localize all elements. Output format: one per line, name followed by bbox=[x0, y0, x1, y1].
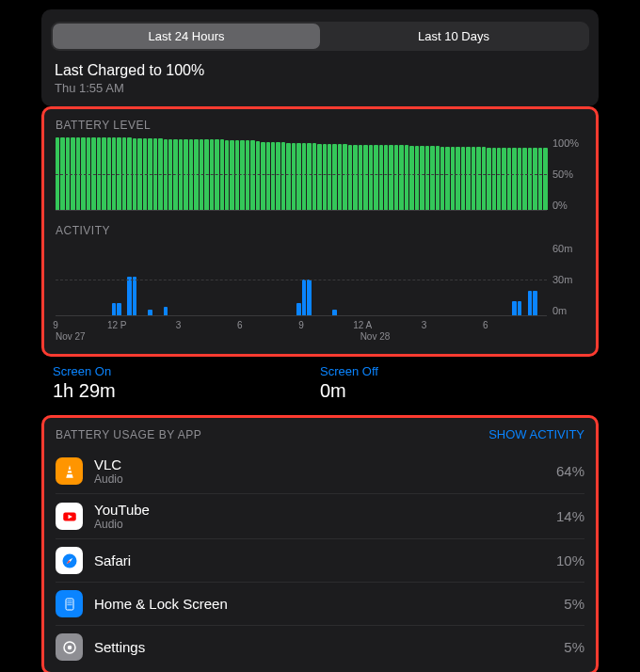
activity-bar bbox=[164, 307, 168, 315]
y-label: 30m bbox=[552, 274, 584, 285]
charts-highlight-box: BATTERY LEVEL 100% 50% 0% ACTIVITY 912 P… bbox=[41, 106, 599, 357]
app-icon bbox=[56, 457, 83, 485]
x-tick: 9 bbox=[53, 320, 58, 330]
battery-level-chart: 100% 50% 0% bbox=[56, 137, 584, 211]
battery-bar bbox=[332, 144, 336, 210]
tab-last-10-days[interactable]: Last 10 Days bbox=[320, 24, 587, 49]
app-row[interactable]: VLCAudio64% bbox=[56, 449, 584, 493]
svg-rect-8 bbox=[66, 599, 73, 610]
app-icon bbox=[56, 503, 83, 530]
app-usage-header: BATTERY USAGE BY APP SHOW ACTIVITY bbox=[56, 427, 584, 441]
svg-marker-0 bbox=[66, 465, 73, 478]
battery-bar bbox=[343, 144, 346, 210]
screen-usage-row: Screen On 1h 29m Screen Off 0m bbox=[53, 364, 587, 402]
battery-bar bbox=[369, 145, 373, 210]
battery-bar bbox=[127, 137, 131, 210]
app-name: YouTube bbox=[94, 502, 556, 518]
app-row[interactable]: Home & Lock Screen5% bbox=[56, 582, 584, 625]
activity-bar bbox=[148, 310, 152, 315]
battery-bar bbox=[143, 138, 147, 210]
app-icon bbox=[56, 590, 83, 617]
battery-bar bbox=[153, 138, 157, 210]
y-label: 0% bbox=[552, 200, 584, 211]
activity-bar bbox=[133, 277, 136, 315]
app-info: Safari bbox=[94, 552, 556, 568]
battery-bar bbox=[405, 145, 408, 210]
battery-bar bbox=[399, 145, 403, 210]
activity-bar bbox=[127, 277, 131, 315]
app-percentage: 64% bbox=[556, 463, 584, 479]
battery-bars bbox=[56, 137, 547, 211]
app-name: VLC bbox=[94, 456, 556, 472]
battery-bar bbox=[261, 142, 264, 210]
battery-panel-top: Last 24 Hours Last 10 Days Last Charged … bbox=[41, 9, 599, 106]
x-axis: 912 P36912 A36Nov 27Nov 28 bbox=[56, 320, 547, 344]
battery-bar bbox=[543, 148, 547, 210]
activity-bar bbox=[112, 303, 116, 315]
app-percentage: 10% bbox=[556, 552, 584, 568]
time-range-segmented: Last 24 Hours Last 10 Days bbox=[51, 22, 589, 51]
svg-rect-2 bbox=[67, 472, 72, 474]
y-label: 100% bbox=[552, 137, 584, 149]
battery-bar bbox=[225, 140, 229, 210]
battery-bar bbox=[363, 145, 367, 210]
battery-bar bbox=[266, 142, 270, 210]
battery-bar bbox=[292, 143, 296, 210]
activity-y-axis: 60m 30m 0m bbox=[547, 243, 584, 316]
x-tick: 12 P bbox=[107, 320, 127, 330]
app-info: Home & Lock Screen bbox=[94, 596, 564, 612]
battery-bar bbox=[353, 145, 357, 210]
battery-bar bbox=[533, 148, 536, 210]
last-charged-block: Last Charged to 100% Thu 1:55 AM bbox=[41, 51, 599, 106]
battery-bar bbox=[215, 139, 218, 210]
activity-label: ACTIVITY bbox=[56, 224, 584, 237]
battery-bar bbox=[271, 142, 275, 210]
battery-bar bbox=[472, 147, 475, 210]
app-percentage: 14% bbox=[556, 508, 584, 524]
battery-bar bbox=[235, 140, 239, 210]
last-charged-time: Thu 1:55 AM bbox=[55, 81, 585, 95]
battery-bar bbox=[246, 140, 249, 210]
battery-level-label: BATTERY LEVEL bbox=[56, 119, 584, 132]
battery-bar bbox=[317, 144, 321, 210]
activity-bar bbox=[528, 291, 532, 315]
y-label: 50% bbox=[552, 168, 584, 180]
app-name: Home & Lock Screen bbox=[94, 596, 564, 612]
tab-last-24-hours[interactable]: Last 24 Hours bbox=[53, 24, 320, 49]
activity-chart: 912 P36912 A36Nov 27Nov 28 60m 30m 0m bbox=[56, 243, 584, 344]
app-info: VLCAudio bbox=[94, 456, 556, 486]
battery-bar bbox=[76, 137, 80, 210]
battery-bar bbox=[117, 137, 120, 210]
app-row[interactable]: Settings5% bbox=[56, 625, 584, 668]
battery-bar bbox=[487, 148, 490, 210]
y-label: 60m bbox=[552, 243, 584, 254]
battery-bar bbox=[394, 145, 398, 210]
app-sub: Audio bbox=[94, 472, 556, 486]
battery-bar bbox=[538, 148, 542, 210]
x-tick: 3 bbox=[176, 320, 182, 330]
screen-on-label: Screen On bbox=[53, 364, 320, 378]
x-tick: 6 bbox=[483, 320, 488, 330]
app-row[interactable]: Safari10% bbox=[56, 538, 584, 582]
battery-bar bbox=[81, 137, 85, 210]
battery-bar bbox=[409, 146, 413, 210]
battery-y-axis: 100% 50% 0% bbox=[547, 137, 584, 211]
x-tick: 3 bbox=[422, 320, 427, 330]
battery-bar bbox=[296, 143, 300, 210]
screen-on-value: 1h 29m bbox=[53, 380, 320, 402]
activity-bar bbox=[518, 301, 521, 315]
screen-off-value: 0m bbox=[320, 380, 587, 402]
battery-bar bbox=[250, 140, 254, 210]
app-info: Settings bbox=[94, 639, 564, 655]
battery-bar bbox=[286, 143, 290, 210]
app-row[interactable]: YouTubeAudio14% bbox=[56, 493, 584, 538]
show-activity-link[interactable]: SHOW ACTIVITY bbox=[488, 427, 584, 441]
battery-bar bbox=[436, 146, 440, 210]
activity-bar bbox=[332, 310, 336, 315]
battery-bar bbox=[502, 148, 505, 210]
x-date-1: Nov 27 bbox=[56, 331, 86, 342]
battery-bar bbox=[359, 145, 362, 210]
battery-bar bbox=[492, 148, 496, 210]
activity-bar bbox=[512, 301, 516, 315]
battery-bar bbox=[466, 147, 470, 210]
